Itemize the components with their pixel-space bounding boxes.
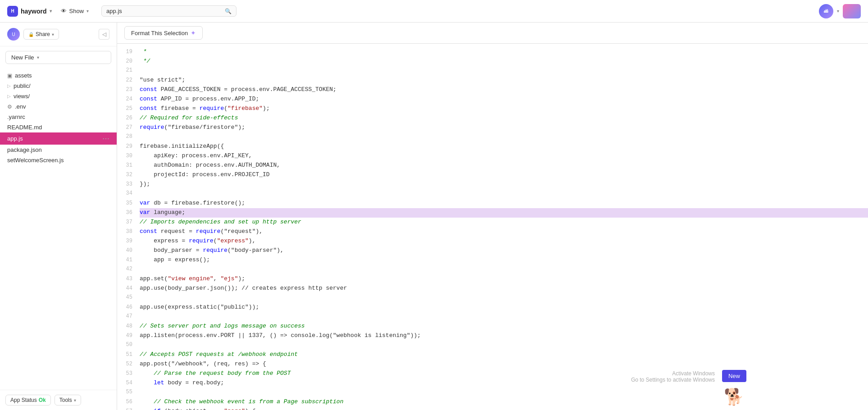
sidebar-item-readme[interactable]: README.md: [0, 122, 117, 132]
line-content: body_parser = require("body-parser"),: [140, 246, 868, 255]
editor-toolbar: Format This Selection ✦: [117, 23, 868, 44]
topbar: H hayword ▾ 👁 Show ▾ 🔍 🏙 ▾: [0, 0, 868, 23]
line-number: 35: [117, 199, 140, 208]
line-content: // Imports dependencies and set up http …: [140, 218, 868, 227]
code-line: 54 let body = req.body;: [117, 378, 868, 388]
logo-icon: H: [7, 6, 18, 17]
app-logo[interactable]: H hayword ▾: [7, 6, 52, 17]
sidebar-item-label: package.json: [7, 146, 109, 153]
show-menu[interactable]: 👁 Show ▾: [57, 6, 93, 16]
sidebar-item-package[interactable]: package.json: [0, 145, 117, 155]
show-icon: 👁: [61, 8, 67, 14]
user-avatar[interactable]: 🏙: [819, 4, 833, 18]
code-line: 43app.set("view engine", "ejs");: [117, 274, 868, 284]
sidebar-item-views[interactable]: ▷ views/: [0, 91, 117, 101]
line-content: firebase.initializeApp({: [140, 142, 868, 151]
code-line: 48// Sets server port and logs message o…: [117, 322, 868, 331]
format-selection-button[interactable]: Format This Selection ✦: [124, 26, 203, 40]
code-line: 25const firebase = require("firebase");: [117, 104, 868, 114]
tools-button[interactable]: Tools ▾: [55, 395, 81, 405]
line-content: // Check the webhook event is from a Pag…: [140, 397, 868, 407]
line-number: 57: [117, 407, 140, 410]
search-bar[interactable]: 🔍: [101, 5, 236, 17]
line-content: require("firebase/firestore");: [140, 123, 868, 132]
workspace-avatar[interactable]: [843, 4, 861, 18]
sidebar-item-env[interactable]: ⚙ .env: [0, 101, 117, 112]
line-content: // Accepts POST requests at /webhook end…: [140, 350, 868, 360]
line-number: 23: [117, 86, 140, 94]
sparkle-icon: ✦: [191, 29, 196, 36]
sidebar-item-appjs[interactable]: app.js ⋯: [0, 132, 117, 145]
code-line: 44app.use(body_parser.json()); // create…: [117, 284, 868, 293]
sidebar-item-assets[interactable]: ▣ assets: [0, 70, 117, 81]
new-file-label: New File: [11, 54, 34, 61]
sidebar-item-label: assets: [15, 72, 109, 79]
sidebar: U 🔒 Share ▾ ◁ New File ▾ ▣ assets ▷ publ…: [0, 23, 117, 410]
app-status-badge[interactable]: App Status Ok: [5, 395, 51, 405]
sidebar-footer: App Status Ok Tools ▾: [0, 390, 117, 410]
line-content: app = express();: [140, 255, 868, 265]
code-line: 27require("firebase/firestore");: [117, 123, 868, 132]
code-line: 32 projectId: process.env.PROJECT_ID: [117, 170, 868, 180]
code-line: 57 if (body.object === "page") {: [117, 407, 868, 410]
sidebar-item-label: .yarnrc: [7, 114, 109, 120]
search-input[interactable]: [106, 8, 222, 14]
line-number: 56: [117, 398, 140, 406]
share-chevron: ▾: [52, 32, 54, 37]
chevron-icon: ▷: [7, 94, 11, 99]
line-content: // Parse the request body from the POST: [140, 369, 868, 378]
line-number: 29: [117, 142, 140, 151]
avatar-icon: 🏙: [824, 9, 828, 14]
line-number: 36: [117, 209, 140, 217]
line-content: "use strict";: [140, 76, 868, 85]
code-line: 50: [117, 341, 868, 350]
line-number: 22: [117, 76, 140, 85]
sidebar-item-label: .env: [15, 103, 109, 110]
code-line: 46app.use(express.static("public"));: [117, 303, 868, 312]
share-button[interactable]: 🔒 Share ▾: [23, 29, 59, 40]
code-line: 55: [117, 388, 868, 397]
code-line: 41 app = express();: [117, 255, 868, 265]
line-number: 50: [117, 341, 140, 349]
line-content: var db = firebase.firestore();: [140, 199, 868, 208]
code-line: 30 apiKey: process.env.API_KEY,: [117, 151, 868, 161]
line-content: express = require("express"),: [140, 237, 868, 246]
new-file-button[interactable]: New File ▾: [5, 51, 111, 64]
line-number: 30: [117, 152, 140, 160]
env-icon: ⚙: [7, 104, 12, 110]
line-number: 24: [117, 95, 140, 104]
sidebar-item-yarnrc[interactable]: .yarnrc: [0, 112, 117, 122]
line-number: 31: [117, 161, 140, 170]
line-content: const firebase = require("firebase");: [140, 104, 868, 114]
line-number: 51: [117, 351, 140, 359]
code-line: 37// Imports dependencies and set up htt…: [117, 218, 868, 227]
line-content: app.use(body_parser.json()); // creates …: [140, 284, 868, 293]
code-line: 56 // Check the webhook event is from a …: [117, 397, 868, 407]
code-editor[interactable]: 19 *20 */2122"use strict";23const PAGE_A…: [117, 44, 868, 410]
code-line: 53 // Parse the request body from the PO…: [117, 369, 868, 378]
line-number: 25: [117, 105, 140, 113]
sidebar-item-public[interactable]: ▷ public/: [0, 81, 117, 91]
tools-label: Tools: [59, 397, 72, 403]
file-tree: ▣ assets ▷ public/ ▷ views/ ⚙ .env .yarn…: [0, 68, 117, 390]
code-line: 38const request = require("request"),: [117, 227, 868, 237]
code-line: 29firebase.initializeApp({: [117, 142, 868, 151]
sidebar-avatar[interactable]: U: [7, 28, 20, 41]
app-status-label: App Status: [10, 397, 37, 403]
line-number: 47: [117, 312, 140, 321]
windows-mascot: 🐕: [724, 387, 746, 410]
sidebar-item-setwelcome[interactable]: setWelcomeScreen.js: [0, 155, 117, 165]
code-line: 23const PAGE_ACCESS_TOKEN = process.env.…: [117, 85, 868, 95]
sidebar-collapse-button[interactable]: ◁: [99, 29, 109, 40]
windows-new-button[interactable]: New: [722, 370, 746, 382]
line-content: app.set("view engine", "ejs");: [140, 274, 868, 284]
line-content: const PAGE_ACCESS_TOKEN = process.env.PA…: [140, 85, 868, 95]
line-number: 37: [117, 218, 140, 227]
line-number: 45: [117, 293, 140, 302]
line-content: // Sets server port and logs message on …: [140, 322, 868, 331]
app-menu-chevron: ▾: [50, 9, 52, 14]
code-line: 47: [117, 312, 868, 322]
more-icon[interactable]: ⋯: [102, 134, 109, 143]
line-number: 44: [117, 284, 140, 293]
format-label: Format This Selection: [131, 30, 188, 36]
